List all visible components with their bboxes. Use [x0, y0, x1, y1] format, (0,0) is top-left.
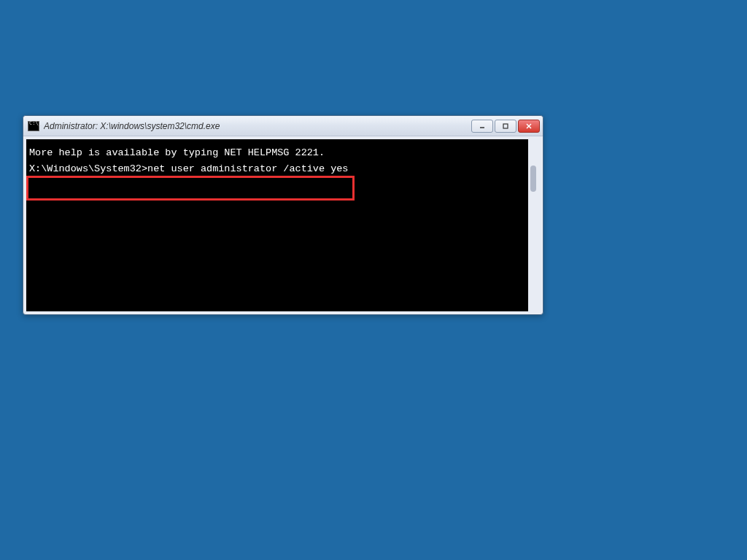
highlight-annotation: [26, 176, 355, 201]
window-controls: [471, 120, 540, 133]
window-title: Administrator: X:\windows\system32\cmd.e…: [44, 121, 471, 131]
vertical-scrollbar[interactable]: [528, 139, 540, 311]
scrollbar-thumb[interactable]: [530, 166, 536, 192]
minimize-button[interactable]: [471, 120, 493, 133]
close-button[interactable]: [518, 120, 540, 133]
svg-rect-1: [503, 124, 508, 128]
prompt-text: X:\Windows\System32>: [29, 163, 147, 174]
terminal-output-line: More help is available by typing NET HEL…: [29, 145, 525, 161]
titlebar[interactable]: Administrator: X:\windows\system32\cmd.e…: [23, 116, 543, 136]
cmd-icon: [28, 121, 39, 131]
terminal-container: More help is available by typing NET HEL…: [23, 136, 543, 314]
maximize-button[interactable]: [495, 120, 516, 133]
terminal-prompt-line: X:\Windows\System32>net user administrat…: [29, 161, 525, 177]
terminal[interactable]: More help is available by typing NET HEL…: [26, 139, 528, 311]
command-text: net user administrator /active yes: [147, 163, 348, 174]
cmd-window: Administrator: X:\windows\system32\cmd.e…: [23, 115, 543, 315]
